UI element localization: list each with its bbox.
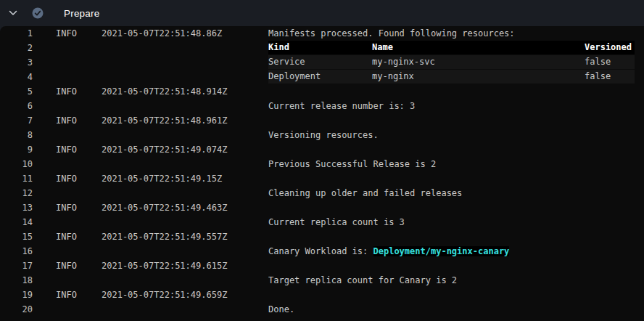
- log-level: [56, 273, 102, 288]
- line-number[interactable]: 12: [0, 186, 33, 200]
- log-message: [268, 142, 644, 157]
- log-level: INFO: [56, 171, 102, 186]
- log-timestamp: 2021-05-07T22:51:49.659Z: [102, 288, 268, 302]
- log-level: [56, 215, 102, 229]
- log-level: INFO: [56, 142, 102, 157]
- line-number[interactable]: 20: [0, 302, 33, 317]
- line-number[interactable]: 14: [0, 215, 33, 229]
- log-level: INFO: [56, 26, 102, 41]
- log-line: 13 INFO 2021-05-07T22:51:49.463Z: [0, 200, 644, 215]
- log-line: 1 INFO 2021-05-07T22:51:48.86Z Manifests…: [0, 26, 644, 41]
- log-message: [268, 171, 644, 186]
- log-timestamp: [102, 186, 268, 200]
- name-header: Name: [372, 41, 585, 54]
- log-message: [268, 200, 644, 215]
- kind-cell: Deployment: [268, 70, 372, 84]
- log-line: 16 Canary Workload is: Deployment/my-ngi…: [0, 244, 644, 259]
- log-timestamp: 2021-05-07T22:51:48.914Z: [102, 84, 268, 99]
- canary-workload-link[interactable]: Deployment/my-nginx-canary: [373, 246, 510, 256]
- log-line: 12 Cleaning up older and failed releases: [0, 186, 644, 200]
- resource-table-row: Deployment my-nginx false: [268, 70, 635, 84]
- log-message: [268, 288, 644, 302]
- log-message: [268, 229, 644, 244]
- log-message: Current replica count is 3: [268, 215, 644, 229]
- log-line: 15 INFO 2021-05-07T22:51:49.557Z: [0, 229, 644, 244]
- line-number[interactable]: 3: [0, 55, 33, 70]
- line-number[interactable]: 17: [0, 259, 33, 273]
- log-line: 6 Current release number is: 3: [0, 99, 644, 113]
- log-level: INFO: [56, 229, 102, 244]
- log-timestamp: [102, 215, 268, 229]
- log-timestamp: [102, 244, 268, 259]
- log-line: 2 Kind Name Versioned: [0, 41, 644, 55]
- log-level: [56, 302, 102, 317]
- log-timestamp: [102, 302, 268, 317]
- pipeline-log-window: Prepare 1 INFO 2021-05-07T22:51:48.86Z M…: [0, 0, 644, 321]
- line-number[interactable]: 1: [0, 26, 33, 41]
- log-timestamp: [102, 128, 268, 142]
- log-timestamp: 2021-05-07T22:51:48.86Z: [102, 26, 268, 41]
- step-header[interactable]: Prepare: [0, 0, 644, 26]
- kind-cell: Service: [268, 55, 372, 69]
- line-number[interactable]: 15: [0, 229, 33, 244]
- log-console[interactable]: 1 INFO 2021-05-07T22:51:48.86Z Manifests…: [0, 26, 644, 321]
- log-message: [268, 84, 644, 99]
- log-message: Done.: [268, 302, 644, 317]
- log-message: [268, 113, 644, 128]
- log-level: INFO: [56, 288, 102, 302]
- line-number[interactable]: 13: [0, 200, 33, 215]
- log-message: Canary Workload is: Deployment/my-nginx-…: [268, 244, 644, 259]
- log-timestamp: [102, 157, 268, 171]
- log-timestamp: [102, 99, 268, 113]
- line-number[interactable]: 5: [0, 84, 33, 99]
- versioned-cell: false: [585, 55, 635, 69]
- name-cell: my-nginx-svc: [372, 55, 585, 69]
- log-message: Cleaning up older and failed releases: [268, 186, 644, 200]
- log-timestamp: 2021-05-07T22:51:49.15Z: [102, 171, 268, 186]
- log-line: 3 Service my-nginx-svc false: [0, 55, 644, 70]
- log-line: 11 INFO 2021-05-07T22:51:49.15Z: [0, 171, 644, 186]
- line-number[interactable]: 10: [0, 157, 33, 171]
- log-line: 7 INFO 2021-05-07T22:51:48.961Z: [0, 113, 644, 128]
- log-message-prefix: Canary Workload is:: [268, 246, 373, 256]
- log-level: [56, 128, 102, 142]
- log-level: INFO: [56, 259, 102, 273]
- line-number[interactable]: 2: [0, 41, 33, 55]
- step-title: Prepare: [64, 8, 99, 19]
- kind-header: Kind: [268, 41, 372, 54]
- versioned-cell: false: [585, 70, 635, 84]
- log-timestamp: 2021-05-07T22:51:48.961Z: [102, 113, 268, 128]
- line-number[interactable]: 11: [0, 171, 33, 186]
- log-timestamp: 2021-05-07T22:51:49.615Z: [102, 259, 268, 273]
- log-line: 4 Deployment my-nginx false: [0, 70, 644, 84]
- log-level: INFO: [56, 200, 102, 215]
- log-message: [268, 259, 644, 273]
- log-timestamp: [102, 273, 268, 288]
- line-number[interactable]: 9: [0, 142, 33, 157]
- log-level: [56, 99, 102, 113]
- name-cell: my-nginx: [372, 70, 585, 84]
- log-level: [56, 157, 102, 171]
- log-line: 20 Done.: [0, 302, 644, 317]
- line-number[interactable]: 4: [0, 70, 33, 84]
- line-number[interactable]: 16: [0, 244, 33, 259]
- log-line: 17 INFO 2021-05-07T22:51:49.615Z: [0, 259, 644, 273]
- log-line: 14 Current replica count is 3: [0, 215, 644, 229]
- log-line: 5 INFO 2021-05-07T22:51:48.914Z: [0, 84, 644, 99]
- line-number[interactable]: 6: [0, 99, 33, 113]
- line-number[interactable]: 19: [0, 288, 33, 302]
- log-message: Versioning resources.: [268, 128, 644, 142]
- log-message: Previous Successful Release is 2: [268, 157, 644, 171]
- log-line: 18 Target replica count for Canary is 2: [0, 273, 644, 288]
- versioned-header: Versioned: [585, 41, 635, 54]
- log-message: Current release number is: 3: [268, 99, 644, 113]
- line-number[interactable]: 8: [0, 128, 33, 142]
- check-circle-icon: [32, 7, 44, 19]
- log-level: [56, 186, 102, 200]
- chevron-down-icon[interactable]: [6, 6, 20, 20]
- log-level: INFO: [56, 113, 102, 128]
- log-line: 19 INFO 2021-05-07T22:51:49.659Z: [0, 288, 644, 302]
- line-number[interactable]: 18: [0, 273, 33, 288]
- line-number[interactable]: 7: [0, 113, 33, 128]
- log-line: 10 Previous Successful Release is 2: [0, 157, 644, 171]
